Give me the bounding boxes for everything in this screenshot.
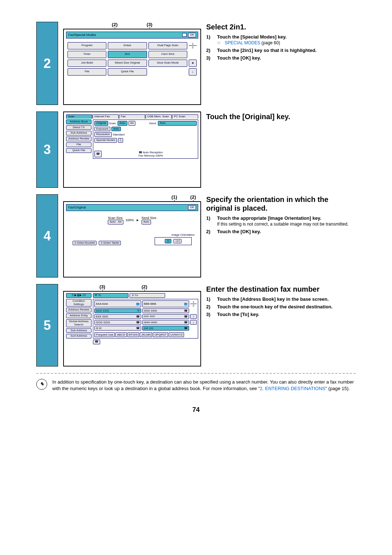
- list-item[interactable]: EEE EEE☎: [94, 314, 141, 319]
- phone-icon: ☎: [136, 315, 140, 318]
- list-item[interactable]: FFF FFF☎: [142, 314, 189, 319]
- step-4: 4 (1) (2) Fax/Original OK Scan Size Auto: [36, 194, 356, 278]
- tab-fax[interactable]: Fax: [119, 114, 145, 119]
- address-book-ui: 5 ▶ ▮ ▶ 15 Condition Settings Address Re…: [63, 291, 201, 366]
- list-item[interactable]: DDD DDD☎: [142, 308, 189, 313]
- special-modes-ui: Fax/Special Modes OK Program Erase Dual …: [63, 29, 201, 105]
- quick-file-button[interactable]: Quick File: [66, 148, 91, 153]
- 2in1-button[interactable]: 2in1: [108, 51, 147, 58]
- to-button[interactable]: ✉ To: [93, 293, 128, 298]
- address-review-button[interactable]: Address Review: [66, 137, 91, 141]
- group-icon: 👥: [184, 302, 188, 305]
- instruction-item: 2) Touch the [2in1] key so that it is hi…: [206, 48, 356, 53]
- ui-titlebar: Fax/Special Modes OK: [66, 32, 198, 39]
- sub-address-button[interactable]: Sub Address: [66, 328, 91, 333]
- index-tab[interactable]: OPQRST: [153, 332, 168, 337]
- scroll-down-button[interactable]: ↓: [189, 68, 197, 76]
- size-percent: 100%: [126, 218, 134, 222]
- instruction-item: 2) Touch the [OK] key.: [206, 229, 356, 234]
- index-tab[interactable]: EFGHI: [127, 332, 139, 337]
- list-item[interactable]: III III☎: [94, 326, 141, 331]
- mixed-size-button[interactable]: Mixed Size Original: [108, 60, 147, 67]
- quick-file-button[interactable]: Quick File: [108, 68, 147, 76]
- special-modes-status-icon: ▯: [118, 138, 123, 143]
- speaker-icon[interactable]: ☎: [94, 151, 102, 157]
- send-size-button[interactable]: Auto: [142, 220, 151, 224]
- scroll-down-button[interactable]: ↓: [190, 320, 197, 325]
- step-5-screenshot-col: (3) (2) 5 ▶ ▮ ▶ 15 Condition Settings Ad…: [63, 284, 201, 366]
- phone-icon: ☎: [139, 151, 142, 154]
- orientation-portrait-button[interactable]: ▯▯: [165, 239, 171, 244]
- condition-settings-button[interactable]: Condition Settings: [66, 299, 91, 307]
- pointer-icon: [217, 40, 222, 44]
- titlebar-text: Fax/Special Modes: [68, 33, 96, 37]
- count-indicator: 5 ▶ ▮ ▶ 15: [66, 293, 91, 298]
- ok-button[interactable]: OK: [188, 205, 196, 210]
- list-item[interactable]: HHH HHH☎: [142, 320, 189, 325]
- tab-scan[interactable]: Scan: [66, 114, 92, 119]
- list-item[interactable]: GGG GGG☎: [94, 320, 141, 325]
- original-button[interactable]: Original: [94, 121, 108, 126]
- callout-label: (2): [190, 194, 196, 200]
- exposure-button[interactable]: Exposure: [94, 127, 110, 131]
- index-tab[interactable]: JKLMN: [140, 332, 152, 337]
- refresh-icon: ↻: [137, 309, 140, 312]
- timer-button[interactable]: Timer: [68, 51, 106, 58]
- job-build-button[interactable]: Job Build: [68, 60, 106, 67]
- 2-sided-tablet-button[interactable]: 2-Sided Tablet: [99, 241, 121, 246]
- ok-button[interactable]: OK: [188, 33, 196, 37]
- note-icon: ✎: [36, 379, 47, 390]
- step-number-badge: 4: [36, 194, 58, 278]
- list-item[interactable]: JJJ JJJ☎: [142, 326, 189, 331]
- file-button[interactable]: File: [68, 68, 106, 76]
- one-touch-list: AAA AAA👥 BBB BBB👥 12 CCC CCC↻ DDD DDD☎ E…: [93, 299, 198, 339]
- sort-address-button[interactable]: Sort Address: [66, 334, 91, 339]
- index-tab[interactable]: Frequent Use: [94, 332, 115, 337]
- program-button[interactable]: Program: [68, 42, 106, 49]
- list-item[interactable]: AAA AAA👥: [94, 300, 141, 307]
- tab-pc-scan[interactable]: PC Scan: [172, 114, 198, 119]
- sub-address-button[interactable]: Sub Address: [66, 131, 91, 135]
- cc-button[interactable]: ➲ Cc: [130, 293, 165, 298]
- index-tab[interactable]: UVWXYZ: [169, 332, 184, 337]
- index-tab[interactable]: ABCD: [115, 332, 126, 337]
- address-book-button[interactable]: Address Book: [66, 119, 91, 124]
- address-entry-button[interactable]: Address Entry: [66, 313, 91, 318]
- address-review-button[interactable]: Address Review: [66, 308, 91, 312]
- step-number-badge: 3: [36, 112, 58, 188]
- left-side-column: Address Book Direct TX Sub Address Addre…: [66, 119, 91, 159]
- entering-destinations-link[interactable]: 2. ENTERING DESTINATIONS: [260, 386, 325, 391]
- alpha-index-tabs: Frequent Use ABCD EFGHI JKLMN OPQRST UVW…: [94, 332, 197, 337]
- scroll-up-button[interactable]: ✦: [189, 60, 197, 67]
- instruction-subtext: If this setting is not correct, a suitab…: [217, 222, 348, 227]
- orientation-landscape-button[interactable]: ◁◁: [173, 239, 181, 244]
- special-modes-grid: Program Erase Dual Page Scan 12 Timer 2i…: [66, 41, 198, 77]
- speaker-icon[interactable]: ☎: [93, 340, 100, 344]
- slow-scan-button[interactable]: Slow Scan Mode: [148, 60, 187, 67]
- tab-usb-mem-scan[interactable]: USB Mem. Scan: [146, 114, 172, 119]
- list-item[interactable]: BBB BBB👥: [142, 300, 189, 307]
- erase-button[interactable]: Erase: [108, 42, 147, 49]
- scan-size-button[interactable]: Auto A4: [108, 220, 123, 224]
- file-button[interactable]: File: [66, 142, 91, 147]
- manual-page: 2 (2) (3) Fax/Special Modes OK Program E…: [0, 0, 392, 428]
- envelope-icon: ✉: [95, 294, 97, 297]
- list-item[interactable]: CCC CCC↻: [94, 308, 141, 313]
- step-5-callouts: (3) (2): [63, 284, 201, 289]
- 2in1-status-icon: [182, 33, 187, 37]
- step-2: 2 (2) (3) Fax/Special Modes OK Program E…: [36, 22, 356, 105]
- special-modes-button[interactable]: Special Modes: [94, 138, 117, 143]
- tab-internet-fax[interactable]: Internet Fax: [93, 114, 119, 119]
- instruction-item: 3)Touch the [To] key.: [206, 312, 356, 317]
- card-shot-button[interactable]: Card Shot: [148, 51, 187, 58]
- 2-sided-booklet-button[interactable]: 2-Sided Booklet: [73, 241, 97, 246]
- global-search-button[interactable]: Global Address Search: [66, 319, 91, 327]
- instruction-item: 1) Touch the appropriate [Image Orientat…: [206, 215, 356, 227]
- resolution-button[interactable]: Resolution: [94, 132, 112, 137]
- direct-tx-button[interactable]: Direct TX: [66, 125, 91, 130]
- dual-page-scan-button[interactable]: Dual Page Scan: [148, 42, 187, 49]
- scroll-up-button[interactable]: ↑: [190, 314, 197, 319]
- step-4-screenshot-col: (1) (2) Fax/Original OK Scan Size Auto A…: [63, 194, 201, 278]
- special-modes-link[interactable]: SPECIAL MODES: [225, 40, 260, 45]
- doc-size: A4: [128, 121, 136, 126]
